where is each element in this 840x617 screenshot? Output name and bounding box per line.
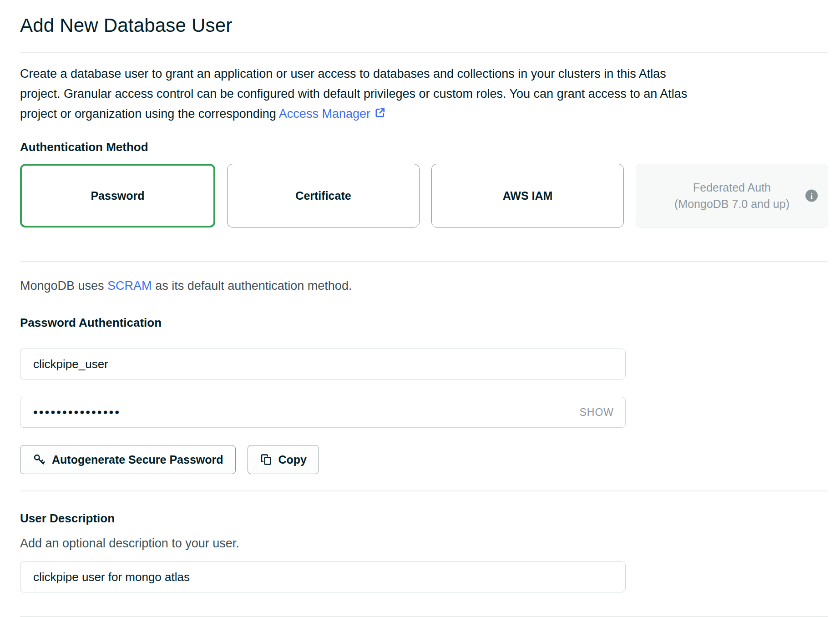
title-divider	[20, 52, 828, 53]
scram-note-before: MongoDB uses	[20, 279, 107, 293]
page-title: Add New Database User	[20, 14, 828, 37]
auth-option-password[interactable]: Password	[20, 164, 215, 228]
auth-option-aws-iam[interactable]: AWS IAM	[431, 164, 624, 228]
auth-method-options: Password Certificate AWS IAM Federated A…	[20, 164, 828, 228]
password-actions: Autogenerate Secure Password Copy	[20, 445, 828, 474]
copy-label: Copy	[278, 453, 307, 466]
intro-line-3-text: project or organization using the corres…	[20, 107, 279, 121]
show-password-button[interactable]: SHOW	[579, 406, 614, 419]
auth-option-federated-auth-sublabel: (MongoDB 7.0 and up)	[674, 196, 789, 212]
auth-option-aws-iam-label: AWS IAM	[503, 189, 553, 202]
section-divider-description	[20, 491, 828, 491]
user-description-subtext: Add an optional description to your user…	[20, 535, 828, 551]
scram-note: MongoDB uses SCRAM as its default authen…	[20, 278, 828, 294]
auth-option-certificate[interactable]: Certificate	[227, 164, 420, 228]
auth-option-password-label: Password	[91, 189, 144, 202]
intro-line-2: project. Granular access control can be …	[20, 84, 828, 104]
user-description-input[interactable]	[20, 561, 626, 592]
key-icon	[32, 453, 46, 466]
section-divider-auth	[20, 261, 828, 262]
autogenerate-password-label: Autogenerate Secure Password	[52, 453, 223, 466]
scram-link[interactable]: SCRAM	[107, 279, 152, 293]
access-manager-link[interactable]: Access Manager	[279, 107, 370, 121]
auth-method-heading: Authentication Method	[20, 139, 828, 155]
intro-line-3: project or organization using the corres…	[20, 104, 828, 124]
password-field-wrapper: SHOW	[20, 397, 626, 428]
user-description-heading: User Description	[20, 511, 828, 526]
scram-note-after: as its default authentication method.	[152, 279, 352, 293]
auth-option-certificate-label: Certificate	[295, 189, 351, 202]
password-input[interactable]	[20, 397, 626, 428]
auth-option-federated-auth-label: Federated Auth	[693, 179, 771, 196]
info-icon[interactable]: i	[805, 190, 818, 202]
intro-paragraph: Create a database user to grant an appli…	[20, 64, 828, 124]
intro-line-1: Create a database user to grant an appli…	[20, 64, 828, 84]
external-link-icon	[374, 107, 386, 119]
auth-option-federated-auth: Federated Auth (MongoDB 7.0 and up) i	[636, 164, 828, 228]
add-database-user-form: Add New Database User Create a database …	[0, 14, 840, 617]
username-input[interactable]	[20, 349, 626, 379]
password-auth-heading: Password Authentication	[20, 315, 828, 330]
copy-icon	[260, 453, 273, 466]
autogenerate-password-button[interactable]: Autogenerate Secure Password	[20, 445, 236, 474]
copy-button[interactable]: Copy	[248, 445, 319, 474]
